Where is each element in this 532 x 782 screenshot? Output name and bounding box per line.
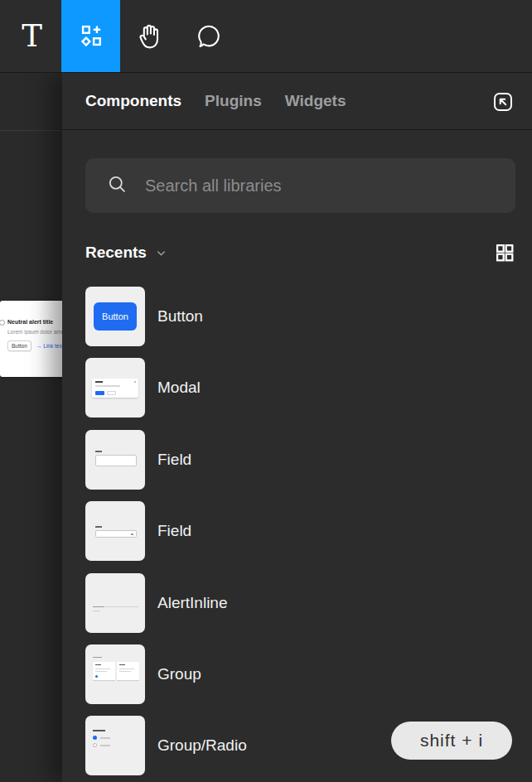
recents-section-row: Recents xyxy=(85,240,515,265)
search-bar[interactable] xyxy=(85,158,515,213)
canvas-alert-card[interactable]: Neutral alert title Lorem ipsum dolor am… xyxy=(0,301,62,377)
arrow-right-icon: → xyxy=(36,343,42,349)
item-label: AlertInline xyxy=(157,594,228,612)
alert-actions: Button →Link text xyxy=(7,340,62,351)
canvas[interactable]: Neutral alert title Lorem ipsum dolor am… xyxy=(0,73,62,782)
tab-components[interactable]: Components xyxy=(85,92,181,110)
component-item-alertinline[interactable]: AlertInline xyxy=(85,573,515,633)
text-tool-icon: T xyxy=(22,21,42,51)
component-item-group[interactable]: Group xyxy=(85,644,515,704)
search-input[interactable] xyxy=(143,176,495,196)
item-label: Button xyxy=(157,307,203,326)
panel-header: Components Plugins Widgets xyxy=(62,73,532,130)
alert-link[interactable]: →Link text xyxy=(36,343,62,349)
item-label: Field xyxy=(157,522,191,540)
comment-icon xyxy=(195,22,223,51)
component-item-button[interactable]: Button Button xyxy=(85,287,515,346)
alert-button[interactable]: Button xyxy=(7,340,31,351)
group-thumbnail xyxy=(85,644,145,704)
toolbar: T xyxy=(0,0,532,73)
chevron-down-icon[interactable] xyxy=(155,247,167,259)
search-icon xyxy=(106,173,128,199)
assets-icon xyxy=(77,22,105,51)
item-label: Field xyxy=(157,451,191,469)
hand-icon xyxy=(135,22,165,51)
arrow-up-left-icon xyxy=(491,89,515,114)
component-item-field-2[interactable]: Field xyxy=(85,501,515,561)
modal-thumbnail xyxy=(85,358,145,418)
field-thumbnail xyxy=(85,430,145,490)
hand-tool-button[interactable] xyxy=(120,0,179,72)
field-select-thumbnail xyxy=(85,501,145,561)
recents-title[interactable]: Recents xyxy=(85,244,147,262)
tab-plugins[interactable]: Plugins xyxy=(205,92,262,110)
alert-title: Neutral alert title xyxy=(7,319,62,325)
button-preview: Button xyxy=(94,302,137,331)
text-tool-button[interactable]: T xyxy=(2,0,61,72)
alertinline-thumbnail xyxy=(85,573,145,633)
item-label: Group xyxy=(157,665,201,683)
grid-view-icon[interactable] xyxy=(494,242,515,263)
component-item-modal[interactable]: Modal xyxy=(85,358,515,418)
modal-preview xyxy=(92,379,138,398)
alert-link-label: Link text xyxy=(43,343,62,349)
alert-body: Lorem ipsum dolor amet consec xyxy=(7,329,62,335)
components-panel: Components Plugins Widgets Recents xyxy=(62,73,532,782)
shortcut-hint-badge: shift + i xyxy=(391,722,512,760)
button-thumbnail: Button xyxy=(85,287,145,346)
group-radio-thumbnail xyxy=(85,716,145,775)
recents-list: Button Button Modal Field F xyxy=(85,287,515,782)
item-label: Group/Radio xyxy=(157,736,247,755)
comment-tool-button[interactable] xyxy=(179,0,238,72)
component-item-field[interactable]: Field xyxy=(85,430,515,490)
open-library-window-button[interactable] xyxy=(486,84,520,119)
item-label: Modal xyxy=(157,379,201,397)
tab-widgets[interactable]: Widgets xyxy=(285,92,346,110)
canvas-frame-edge xyxy=(0,130,62,131)
info-icon xyxy=(0,320,5,326)
assets-tool-button[interactable] xyxy=(61,0,120,72)
